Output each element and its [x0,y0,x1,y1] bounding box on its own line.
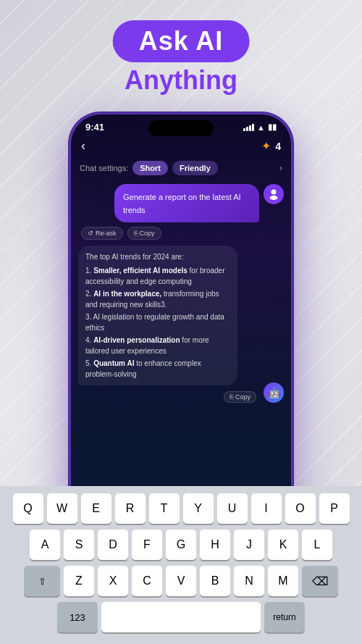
keyboard-row-1: Q W E R T Y U I O P [3,493,359,524]
keyboard-row-4: 123 return [3,602,359,632]
keyboard-row-2: A S D F G H J K L [3,530,359,560]
key-backspace[interactable]: ⌫ [302,566,338,596]
key-f[interactable]: F [132,530,162,560]
key-u[interactable]: U [217,493,248,524]
user-message-text: Generate a report on the latest AI trend… [123,193,241,214]
key-o[interactable]: O [285,493,316,524]
reask-icon: ↺ [88,230,93,237]
wifi-icon: ▲ [257,123,265,132]
nav-bar: ‹ ✦ 4 [71,135,291,158]
settings-label: Chat settings: [80,164,128,172]
svg-point-1 [270,196,278,200]
reask-button[interactable]: ↺ Re-ask [81,227,123,240]
settings-arrow-icon[interactable]: › [279,163,282,173]
copy-label-top: Copy [140,230,155,237]
ai-item-2: 2. AI in the workplace, transforming job… [85,288,230,310]
ai-message-content: The top AI trends for 2024 are: 1. Small… [78,246,259,403]
key-t[interactable]: T [149,493,180,524]
keyboard-row-3: ⇧ Z X C V B N M ⌫ [3,566,359,596]
key-return[interactable]: return [264,602,305,632]
key-shift[interactable]: ⇧ [24,566,60,596]
key-p[interactable]: P [319,493,350,524]
copy-icon-bottom: ⎘ [230,393,233,401]
copy-button-bottom[interactable]: ⎘ Copy [224,391,256,403]
chat-area: Generate a report on the latest AI trend… [71,181,291,527]
copy-label-bottom: Copy [235,393,251,401]
key-i[interactable]: I [251,493,282,524]
user-bubble: Generate a report on the latest AI trend… [114,184,259,222]
ai-bubble: The top AI trends for 2024 are: 1. Small… [78,246,237,385]
ai-item-5: 5. Quantum AI to enhance complex problem… [85,358,230,380]
key-m[interactable]: M [268,566,298,596]
key-s[interactable]: S [64,530,94,560]
user-avatar [264,184,284,204]
settings-friendly-button[interactable]: Friendly [172,161,218,175]
ai-item-3: 3. AI legislation to regulate growth and… [85,311,230,333]
chat-settings-bar: Chat settings: Short Friendly › [71,158,291,181]
reask-label: Re-ask [96,230,117,237]
key-g[interactable]: G [166,530,196,560]
ai-avatar: 🤖 [264,382,284,403]
keyboard: Q W E R T Y U I O P A S D F G H J K L ⇧ … [0,486,362,644]
user-message: Generate a report on the latest AI trend… [78,184,284,222]
key-a[interactable]: A [30,530,60,560]
signal-icon [243,124,254,131]
key-b[interactable]: B [200,566,230,596]
status-icons: ▲ ▮▮ [243,122,277,132]
sparkle-icon: ✦ [261,139,271,153]
back-button[interactable]: ‹ [81,138,85,154]
key-z[interactable]: Z [64,566,94,596]
battery-icon: ▮▮ [268,122,277,132]
ai-intro: The top AI trends for 2024 are: [85,251,230,262]
key-v[interactable]: V [166,566,196,596]
nav-count: 4 [275,141,281,152]
key-q[interactable]: Q [13,493,43,524]
key-space[interactable] [101,602,261,632]
settings-short-button[interactable]: Short [132,161,168,175]
ai-message: The top AI trends for 2024 are: 1. Small… [78,246,284,403]
ai-item-4: 4. AI-driven personalization for more ta… [85,335,230,356]
key-y[interactable]: Y [183,493,214,524]
copy-button-top[interactable]: ⎘ Copy [127,227,161,240]
dynamic-island [148,120,214,136]
key-numbers[interactable]: 123 [57,602,98,632]
copy-icon-top: ⎘ [134,230,138,237]
svg-point-0 [272,190,277,195]
key-n[interactable]: N [234,566,264,596]
key-c[interactable]: C [132,566,162,596]
nav-right: ✦ 4 [261,139,281,153]
title-line2: Anything [113,65,250,96]
key-w[interactable]: W [47,493,77,524]
status-time: 9:41 [85,122,104,133]
ai-copy-area: ⎘ Copy [78,388,259,403]
key-h[interactable]: H [200,530,230,560]
key-d[interactable]: D [98,530,128,560]
key-l[interactable]: L [302,530,332,560]
action-buttons: ↺ Re-ask ⎘ Copy [78,227,284,240]
key-e[interactable]: E [81,493,111,524]
title-line1: Ask AI [139,26,224,56]
key-x[interactable]: X [98,566,128,596]
ask-ai-badge: Ask AI [113,20,250,62]
key-r[interactable]: R [115,493,146,524]
ai-item-1: 1. Smaller, efficient AI models for broa… [85,265,230,287]
header: Ask AI Anything [113,20,250,96]
key-j[interactable]: J [234,530,264,560]
key-k[interactable]: K [268,530,298,560]
